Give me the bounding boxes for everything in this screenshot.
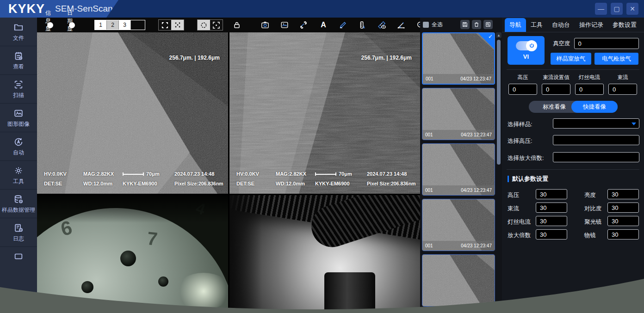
layout-mode-group (158, 19, 184, 31)
mag-readout: MAG:2.82KX (276, 171, 306, 177)
select-sample-dropdown[interactable] (553, 118, 639, 129)
image-viewport: 256.7μm. | 192.6μm HV:0.0KV MAG:2.82KX 7… (37, 32, 420, 313)
save-image-icon[interactable] (279, 20, 290, 30)
check-icon: ✓ (488, 33, 493, 40)
default-contrast-label: 对比度 (584, 205, 602, 213)
titlebar-accent: KYKY SEM-SenScan (0, 0, 118, 18)
preview-thumbnails-icon[interactable] (483, 20, 493, 29)
pixelsize-readout: Pixel Size:206.836nm (174, 181, 223, 186)
focus-frame-icon[interactable] (210, 20, 223, 30)
sidebar-item-sample-data[interactable]: 样品数据管理 (0, 190, 37, 218)
scrollbar-thumb[interactable] (497, 40, 501, 165)
chamber-camera-view-1[interactable]: 6 7 4 (37, 195, 228, 313)
thumbnail-image (422, 255, 495, 306)
sem-view-2[interactable]: 256.7μm. | 192.6μm HV:0.0KV MAG:2.82KX 7… (229, 32, 420, 194)
tab-tools[interactable]: 工具 (526, 18, 547, 32)
chamber-camera-view-2[interactable] (229, 195, 420, 313)
pen-annotation-icon[interactable] (338, 20, 348, 30)
image-icon (13, 108, 24, 118)
sidebar-item-scan[interactable]: 扫描 (0, 75, 37, 104)
quick-imaging-button[interactable]: 快捷看像 (571, 101, 618, 113)
wd-readout: WD:12.0mm (276, 181, 305, 186)
thumbnail-item-selected[interactable]: ✓ 001 04/23 12:23:47 (422, 32, 495, 85)
sidebar-item-label: 工具 (13, 178, 24, 185)
vi-toggle[interactable] (516, 41, 536, 50)
default-objective-label: 物镜 (584, 232, 596, 239)
sidebar-item-images[interactable]: 图形图像 (0, 104, 37, 132)
tab-parameter-settings[interactable]: 参数设置 (608, 18, 641, 32)
close-button[interactable]: ✕ (626, 3, 638, 15)
sidebar-item-files[interactable]: 文件 (0, 18, 37, 46)
default-mag-label: 放大倍数 (508, 232, 531, 239)
angle-measure-icon[interactable] (396, 20, 406, 30)
default-objective-input[interactable] (607, 229, 639, 239)
default-condenser-input[interactable] (607, 216, 639, 226)
thumbnail-caption: 001 04/23 12:23:47 (422, 130, 495, 140)
view-page-2[interactable]: 2 (107, 20, 119, 30)
view-page-3[interactable]: 3 (119, 20, 131, 30)
section-divider (507, 69, 639, 70)
lock-icon[interactable] (233, 20, 241, 30)
tab-navigation[interactable]: 导航 (505, 18, 526, 32)
fov-readout: 256.7μm. | 192.6μm (169, 55, 220, 61)
hv-input[interactable] (508, 84, 537, 95)
default-mag-input[interactable] (536, 229, 567, 239)
gun-vent-button[interactable]: 电气枪放气 (594, 53, 638, 65)
sidebar-item-auto[interactable]: 自动 (0, 132, 37, 161)
beam-set-input[interactable] (542, 84, 570, 95)
app-title: SEM-SenScan (55, 4, 113, 14)
view-page-1[interactable]: 1 (95, 20, 107, 30)
select-all-checkbox[interactable] (423, 22, 429, 28)
refresh-scan-icon[interactable] (198, 20, 210, 30)
sidebar-item-label: 日志 (13, 235, 24, 242)
thumbnail-item[interactable]: 001 04/23 12:23:47 (422, 199, 495, 251)
tab-operation-log[interactable]: 操作记录 (575, 18, 608, 32)
measure-view-icon[interactable] (377, 20, 387, 30)
vi-card[interactable]: VI (508, 36, 545, 65)
imaging-mode-switch: 标准看像 快捷看像 (529, 101, 618, 113)
ruler-measure-icon[interactable] (357, 20, 367, 30)
sidebar-item-label: 查看 (13, 63, 24, 70)
sidebar-item-log[interactable]: 日志 (0, 218, 37, 247)
thumbnail-time: 04/23 12:23:47 (461, 243, 492, 248)
text-annotation-icon[interactable]: A (318, 20, 328, 30)
save-thumbnails-icon[interactable] (460, 20, 470, 29)
view-page-empty[interactable] (131, 20, 145, 30)
filament-input[interactable] (575, 84, 604, 95)
sidebar-item-partial[interactable] (0, 247, 37, 266)
det-readout: DET:SE (236, 181, 254, 186)
fov-readout: 256.7μm. | 192.6μm (361, 55, 412, 61)
default-filament-label: 灯丝电流 (508, 218, 531, 226)
thumbnail-item[interactable]: 001 04/23 12:23:47 (422, 88, 495, 140)
default-filament-input[interactable] (536, 216, 567, 226)
sem-senscan-window: KYKY SEM-SenScan — ▢ ✕ 文件 查看 扫描 图形图像 自动 (0, 0, 644, 313)
default-hv-input[interactable] (536, 189, 567, 199)
default-contrast-input[interactable] (607, 203, 639, 213)
select-hv-input[interactable] (553, 135, 639, 145)
thumbnail-item[interactable] (422, 254, 495, 307)
vacuum-label: 真空度 (553, 40, 570, 48)
sem-view-1[interactable]: 256.7μm. | 192.6μm HV:0.0KV MAG:2.82KX 7… (37, 32, 228, 194)
delete-thumbnails-icon[interactable] (472, 20, 481, 29)
sidebar-item-tools[interactable]: 工具 (0, 161, 37, 190)
minimize-button[interactable]: — (595, 3, 607, 15)
grid-pattern-icon[interactable] (171, 20, 184, 30)
default-beam-input[interactable] (536, 203, 567, 213)
maximize-button[interactable]: ▢ (611, 3, 623, 15)
scroll-up-icon[interactable]: ▲ (496, 32, 502, 38)
capture-camera-icon[interactable] (260, 20, 270, 30)
det-readout: DET:SE (44, 181, 62, 186)
tools-wrench-icon[interactable] (299, 20, 309, 30)
thumbnail-header: 全选 (420, 18, 502, 31)
sidebar-item-view[interactable]: 查看 (0, 46, 37, 75)
select-mag-input[interactable] (553, 152, 639, 162)
default-brightness-input[interactable] (607, 189, 639, 199)
tab-autostage[interactable]: 自动台 (547, 18, 575, 32)
vacuum-input[interactable] (574, 38, 639, 49)
thumbnail-id: 001 (425, 243, 433, 248)
thumbnail-item[interactable]: 001 04/23 12:23:47 (422, 143, 495, 196)
fullscreen-icon[interactable] (159, 20, 171, 30)
beam-input[interactable] (608, 84, 637, 95)
chamber-vent-button[interactable]: 样品室放气 (551, 53, 591, 65)
sidebar-item-label: 样品数据管理 (2, 207, 35, 214)
